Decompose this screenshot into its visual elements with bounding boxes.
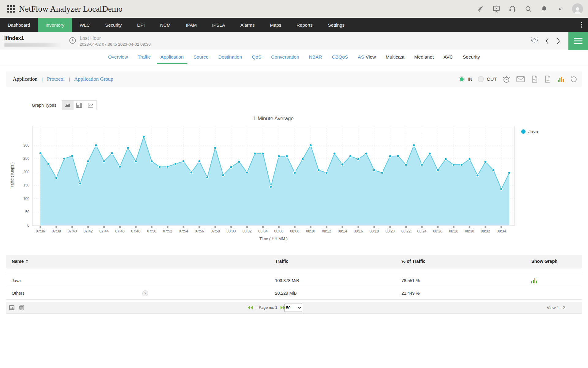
chart-view-icon[interactable] — [557, 75, 564, 83]
cell-name: Others — [12, 291, 24, 296]
settings-gear-icon[interactable] — [556, 5, 564, 13]
data-point — [452, 163, 455, 166]
cell-name: Java — [12, 278, 21, 283]
demo-presentation-icon[interactable] — [492, 5, 500, 13]
svg-text:08:24: 08:24 — [417, 229, 427, 233]
traffic-direction-toolbar: IN OUT — [459, 75, 578, 83]
sort-icon — [26, 259, 28, 263]
tab-qos[interactable]: QoS — [252, 50, 261, 64]
nav-overflow-menu-icon[interactable] — [575, 18, 588, 32]
show-graph-icon[interactable] — [531, 278, 537, 283]
excel-export-icon[interactable]: X — [18, 304, 25, 311]
help-question-icon[interactable]: ? — [142, 290, 148, 296]
column-header-name[interactable]: Name — [6, 259, 269, 264]
direction-in-radio[interactable]: IN — [459, 76, 473, 82]
data-point — [198, 160, 201, 163]
next-interface-chevron-icon[interactable] — [555, 37, 562, 45]
data-point — [182, 160, 185, 163]
graph-type-bar-button[interactable] — [74, 100, 85, 110]
data-point — [492, 169, 495, 171]
data-point — [301, 158, 304, 160]
table-export-icon[interactable] — [9, 305, 15, 311]
export-csv-icon[interactable]: csv — [544, 75, 552, 83]
data-point — [119, 165, 121, 168]
svg-text:07:50: 07:50 — [147, 229, 156, 233]
tab-traffic[interactable]: Traffic — [138, 50, 151, 64]
chart-legend-java[interactable]: Java — [521, 129, 538, 134]
svg-text:X: X — [19, 306, 21, 309]
schedule-report-icon[interactable] — [502, 75, 511, 83]
tab-cbqos[interactable]: CBQoS — [332, 50, 348, 64]
data-point — [246, 171, 248, 174]
nav-item-settings[interactable]: Settings — [320, 18, 352, 32]
alarm-alert-bell-icon[interactable] — [529, 36, 540, 46]
column-header-percent: % of Traffic — [395, 259, 525, 264]
svg-text:07:52: 07:52 — [163, 229, 172, 233]
previous-interface-chevron-icon[interactable] — [544, 37, 551, 45]
tab-multicast[interactable]: Multicast — [386, 50, 404, 64]
export-pdf-icon[interactable] — [531, 75, 538, 83]
tab-security[interactable]: Security — [463, 50, 480, 64]
tab-application[interactable]: Application — [160, 50, 184, 64]
search-icon[interactable] — [524, 5, 532, 13]
first-page-button[interactable] — [247, 305, 254, 310]
cell-traffic: 103.378 MiB — [269, 278, 395, 283]
svg-text:08:00: 08:00 — [227, 229, 236, 233]
page-number-label: Page no. 1 — [259, 305, 277, 310]
data-point — [166, 165, 169, 168]
graph-types-label: Graph Types — [32, 103, 56, 108]
data-point — [277, 155, 280, 157]
email-report-icon[interactable] — [516, 75, 525, 83]
tab-conversation[interactable]: Conversation — [271, 50, 299, 64]
data-point — [460, 163, 463, 166]
rocket-icon[interactable] — [477, 5, 484, 13]
nav-item-maps[interactable]: Maps — [262, 18, 289, 32]
data-point — [158, 166, 161, 168]
tab-nbar[interactable]: NBAR — [309, 50, 322, 64]
tab-destination[interactable]: Destination — [218, 50, 242, 64]
page-size-select[interactable]: 50 — [285, 304, 302, 312]
nav-item-alarms[interactable]: Alarms — [233, 18, 262, 32]
nav-item-security[interactable]: Security — [97, 18, 129, 32]
nav-item-ncm[interactable]: NCM — [153, 18, 178, 32]
view-range-label: View 1 - 2 — [547, 302, 565, 313]
notifications-bell-icon[interactable] — [540, 5, 548, 13]
data-point — [214, 147, 217, 149]
pagination: Page no. 1 — [247, 302, 286, 313]
nav-item-reports[interactable]: Reports — [289, 18, 320, 32]
data-point — [134, 160, 137, 163]
svg-text:07:44: 07:44 — [100, 229, 109, 233]
switcher-application[interactable]: Application — [13, 76, 37, 82]
svg-text:08:14: 08:14 — [338, 229, 347, 233]
tab-source[interactable]: Source — [194, 50, 209, 64]
data-point — [270, 186, 272, 188]
direction-out-radio[interactable]: OUT — [478, 76, 497, 82]
svg-text:08:02: 08:02 — [243, 229, 252, 233]
nav-item-dashboard[interactable]: Dashboard — [0, 18, 38, 32]
switcher-protocol[interactable]: Protocol — [47, 76, 65, 82]
nav-item-ipsla[interactable]: IPSLA — [204, 18, 233, 32]
svg-text:Traffic ( Kibps ): Traffic ( Kibps ) — [10, 162, 14, 189]
nav-item-ipam[interactable]: IPAM — [178, 18, 205, 32]
nav-item-wlc[interactable]: WLC — [72, 18, 97, 32]
refresh-icon[interactable] — [570, 75, 578, 83]
app-launcher-grid-icon[interactable] — [7, 5, 15, 13]
tab-medianet[interactable]: Medianet — [414, 50, 434, 64]
traffic-area-chart: 05010015020025030007:3607:3807:4007:4207… — [9, 115, 517, 247]
data-point — [142, 136, 145, 138]
data-point — [95, 144, 97, 147]
interface-subheader: IfIndex1 Last Hour 2023-04-02 07:36 to 2… — [0, 32, 588, 50]
graph-type-area-button[interactable] — [62, 100, 74, 110]
switcher-application-group[interactable]: Application Group — [74, 76, 113, 82]
svg-text:1 Minute Average: 1 Minute Average — [253, 116, 294, 121]
user-avatar[interactable] — [572, 3, 583, 14]
interface-menu-button[interactable] — [568, 32, 588, 50]
nav-item-dpi[interactable]: DPI — [130, 18, 153, 32]
tab-overview[interactable]: Overview — [108, 50, 128, 64]
tab-as-view[interactable]: ASView — [358, 50, 376, 64]
graph-type-scatter-button[interactable] — [85, 100, 97, 110]
nav-item-inventory[interactable]: Inventory — [38, 18, 72, 32]
support-headset-icon[interactable] — [508, 5, 516, 13]
time-range-selector[interactable]: Last Hour 2023-04-02 07:36 to 2023-04-02… — [69, 36, 151, 47]
tab-avc[interactable]: AVC — [443, 50, 453, 64]
